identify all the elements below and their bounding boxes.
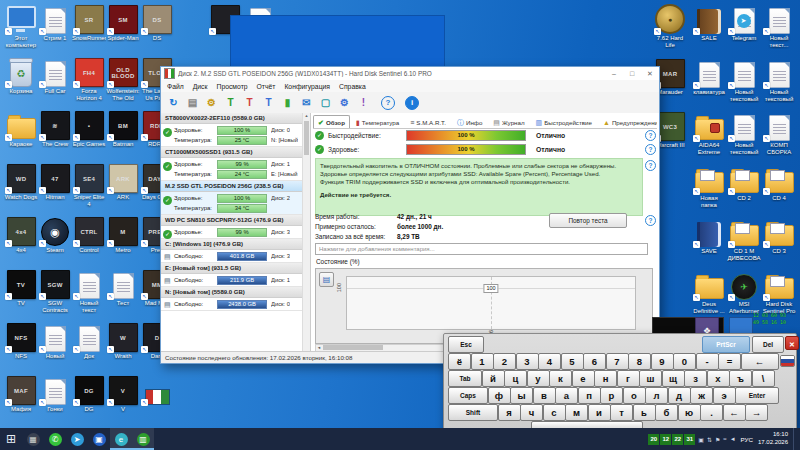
desktop-icon-sgw-contracts[interactable]: SGW↖SGW Contracts — [38, 269, 72, 314]
key-р[interactable]: р — [600, 387, 623, 404]
temp-blue-icon[interactable]: Т — [261, 95, 276, 110]
desktop-icon-новый-текстовый-[interactable]: ↖Новый текстовый ... — [727, 58, 761, 103]
desktop-icon-unnamed[interactable]: ↖ — [140, 375, 174, 406]
menu-item-отчёт[interactable]: Отчёт — [257, 83, 276, 90]
desktop-icon-telegram[interactable]: ➤↖Telegram — [727, 4, 761, 42]
network-icon[interactable]: ▢ — [318, 95, 333, 110]
telegram-app[interactable]: ➤ — [66, 428, 88, 450]
desktop-icon-deus-definitive-[interactable]: ↖Deus Definitive ... — [692, 270, 726, 315]
key-з[interactable]: з — [684, 370, 707, 387]
desktop-icon-hitman[interactable]: 47↖Hitman — [38, 163, 72, 201]
key-ь[interactable]: ь — [633, 404, 656, 421]
desktop-icon-cd-2[interactable]: ↖CD 2 — [727, 164, 761, 202]
battery-icon[interactable]: ▮ — [280, 95, 295, 110]
desktop-icon-док[interactable]: ↖Док — [72, 322, 106, 360]
key-к[interactable]: к — [549, 370, 572, 387]
background-blue-window[interactable] — [230, 15, 445, 67]
menu-item-диск[interactable]: Диск — [193, 83, 208, 90]
key-щ[interactable]: щ — [662, 370, 685, 387]
desktop-icon-4x4[interactable]: 4x4↖4x4 — [4, 216, 38, 254]
key-←[interactable]: ← — [741, 353, 779, 370]
key-в[interactable]: в — [533, 387, 556, 404]
key-4[interactable]: 4 — [538, 353, 561, 370]
alert-icon[interactable]: ! — [356, 95, 371, 110]
desktop-icon-forza-horizon-4[interactable]: FH4↖Forza Horizon 4 — [72, 57, 106, 102]
desktop-icon-новый-текстовый-[interactable]: ↖Новый текстовый ... — [727, 111, 761, 156]
disk-entry[interactable]: C: [Windows 10] (476.9 GB)▤Свободно:401.… — [161, 239, 310, 263]
tab-температура[interactable]: ▮Температура — [351, 115, 404, 128]
desktop-icon-sniper-elite-4[interactable]: SE4↖Sniper Elite 4 — [72, 163, 106, 208]
desktop-icon-новая-папка[interactable]: ↖Новая папка — [692, 164, 726, 209]
tray-icon[interactable]: ⇅ — [707, 436, 712, 443]
desktop-icon-мафия[interactable]: MAF↖Мафия — [4, 375, 38, 413]
key-ю[interactable]: ю — [678, 404, 701, 421]
key-esc[interactable]: Esc — [448, 336, 484, 353]
titlebar[interactable]: Диск 2. M.2 SSD GTL POSEIDON 256G (W1DX0… — [161, 67, 659, 81]
desktop-icon-wolfenstein-the-old-blood[interactable]: OLD BLOOD↖Wolfenstein: The Old Blood — [106, 57, 140, 102]
key-=[interactable]: = — [718, 353, 741, 370]
key-.[interactable]: . — [700, 404, 723, 421]
desktop-icon-тест[interactable]: ↖Тест — [106, 269, 140, 307]
show-desktop-button[interactable] — [793, 428, 798, 450]
desktop-icon-новый[interactable]: ↖Новый — [38, 322, 72, 360]
tray-icon[interactable]: ▣ — [698, 436, 704, 443]
key-д[interactable]: д — [668, 387, 691, 404]
tray-icon[interactable]: ⚑ — [715, 436, 720, 443]
gear-yellow-icon[interactable]: ⚙ — [204, 95, 219, 110]
key-о[interactable]: о — [623, 387, 646, 404]
key-ч[interactable]: ч — [520, 404, 543, 421]
save-chart-icon[interactable]: ▤ — [319, 272, 334, 287]
desktop-icon-v[interactable]: V↖V — [106, 375, 140, 413]
help-icon[interactable]: ? — [381, 96, 395, 110]
menu-item-справка[interactable]: Справка — [339, 83, 366, 90]
desktop-icon-этот-компьютер[interactable]: ↖Этот компьютер — [4, 4, 38, 49]
key-2[interactable]: 2 — [493, 353, 516, 370]
desktop-icon-aida64-extreme-edition[interactable]: ↖AIDA64 Extreme Edition — [692, 111, 726, 156]
desktop-icon-комп-сборка[interactable]: ↖КОМП СБОРКА — [762, 111, 796, 156]
language-flag-key[interactable] — [780, 355, 795, 367]
key-ё[interactable]: ё — [448, 353, 471, 370]
desktop-icon-msi-afterburner[interactable]: ✈↖MSI Afterburner — [727, 270, 761, 315]
clock[interactable]: 16:10 17.02.2026 — [758, 431, 788, 447]
disk-entry[interactable]: N: [Новый том] (5589.0 GB)▤Свободно:2438… — [161, 287, 310, 311]
maximize-button[interactable]: □ — [626, 70, 638, 78]
key-н[interactable]: н — [594, 370, 617, 387]
key-enter[interactable]: Enter — [735, 387, 779, 404]
key-6[interactable]: 6 — [583, 353, 606, 370]
key-ф[interactable]: ф — [488, 387, 511, 404]
key-у[interactable]: у — [527, 370, 550, 387]
desktop-icon-full-car[interactable]: ↖Full Car — [38, 57, 72, 95]
key-л[interactable]: л — [645, 387, 668, 404]
disk-list-scrollbar[interactable]: ▲ — [302, 113, 310, 352]
desktop-icon-sale[interactable]: ↖SALE — [692, 4, 726, 42]
desktop-icon-корзина[interactable]: ♻↖Корзина — [4, 57, 38, 95]
comment-input[interactable]: Нажмите для добавления комментария... — [315, 243, 648, 255]
key-э[interactable]: э — [713, 387, 736, 404]
key-х[interactable]: х — [707, 370, 730, 387]
key-г[interactable]: г — [617, 370, 640, 387]
key-ж[interactable]: ж — [690, 387, 713, 404]
desktop-icon-ds[interactable]: DS↖DS — [140, 4, 174, 42]
help-icon[interactable]: ? — [645, 144, 656, 155]
key-8[interactable]: 8 — [628, 353, 651, 370]
help-icon[interactable]: ? — [645, 215, 656, 226]
settings-icon[interactable]: ⚙ — [337, 95, 352, 110]
key-5[interactable]: 5 — [561, 353, 584, 370]
key-т[interactable]: т — [610, 404, 633, 421]
desktop-icon-cd-4[interactable]: ↖CD 4 — [762, 164, 796, 202]
desktop-icon-batman[interactable]: BM↖Batman — [106, 110, 140, 148]
key-б[interactable]: б — [655, 404, 678, 421]
whatsapp-app[interactable]: ✆ — [44, 428, 66, 450]
tab-быстродействие[interactable]: ▥Быстродействие — [531, 115, 597, 128]
key-shift[interactable]: Shift — [448, 404, 498, 421]
keyboard-close-button[interactable]: ✕ — [785, 336, 799, 350]
desktop-icon-the-crew[interactable]: ≋↖The Crew — [38, 110, 72, 148]
disk-entry[interactable]: E: [Новый том] (931.5 GB)▤Свободно:211.9… — [161, 263, 310, 287]
tray-icon[interactable]: ◄ — [730, 436, 736, 443]
key-й[interactable]: й — [482, 370, 505, 387]
desktop-icon-spider-man[interactable]: SM↖Spider-Man — [106, 4, 140, 42]
menu-item-файл[interactable]: Файл — [167, 83, 184, 90]
retest-button[interactable]: Повтор теста — [549, 213, 627, 228]
key-п[interactable]: п — [578, 387, 601, 404]
desktop-icon-metro[interactable]: M↖Metro — [106, 216, 140, 254]
